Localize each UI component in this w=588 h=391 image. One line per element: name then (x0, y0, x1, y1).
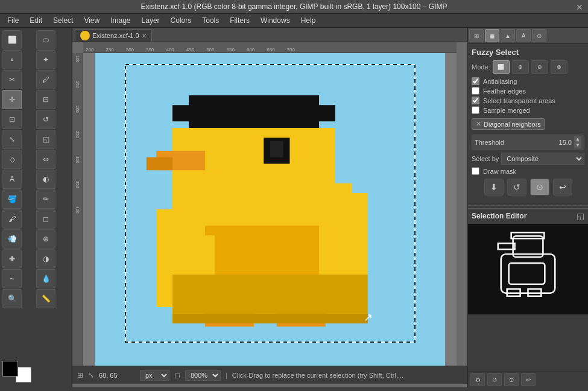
tool-measure[interactable]: 📏 (36, 289, 55, 308)
tool-paintbrush[interactable]: 🖌 (2, 209, 22, 229)
menu-item-tools[interactable]: Tools (197, 15, 224, 26)
tool-perspective[interactable]: ◇ (2, 150, 22, 169)
panel-undo-btn[interactable]: ↩ (521, 373, 536, 386)
select-transparent-checkbox[interactable] (472, 97, 479, 104)
draw-mask-label: Draw mask (483, 168, 516, 175)
close-button[interactable]: ✕ (576, 2, 583, 12)
tool-text[interactable]: A (2, 170, 22, 189)
menu-item-filters[interactable]: Filters (225, 15, 254, 26)
feather-edges-checkbox[interactable] (472, 87, 479, 95)
fuzzy-select-title: Fuzzy Select (472, 48, 584, 57)
menu-item-colors[interactable]: Colors (166, 15, 197, 26)
sample-merged-checkbox[interactable] (472, 106, 479, 114)
menu-item-file[interactable]: File (2, 15, 24, 26)
draw-mask-checkbox[interactable] (472, 167, 479, 175)
threshold-row: Threshold 15.0 ▲ ▼ (472, 135, 584, 150)
subtract-mode-btn[interactable]: ⊖ (531, 60, 548, 74)
tool-bucket-fill[interactable]: 🪣 (2, 189, 22, 209)
antialiasing-row: Antialiasing (472, 77, 584, 85)
tab-close-icon[interactable]: ✕ (142, 33, 147, 39)
menu-item-edit[interactable]: Edit (25, 15, 47, 26)
unit-select[interactable]: px mm in (140, 370, 169, 381)
menu-item-layer[interactable]: Layer (137, 15, 165, 26)
select-by-dropdown[interactable]: Composite Red Green Blue Hue Saturation … (501, 153, 584, 165)
tool-paths[interactable]: 🖊 (36, 70, 55, 89)
antialiasing-checkbox[interactable] (472, 77, 479, 85)
active-tool-button[interactable]: ⊙ (530, 179, 549, 196)
menu-item-select[interactable]: Select (48, 15, 78, 26)
undo-button[interactable]: ↩ (553, 179, 572, 196)
tool-crop[interactable]: ⊡ (2, 110, 22, 129)
tool-scissors-select[interactable]: ✂ (2, 70, 22, 89)
tools-grid: ⬜⬭⚬✦✂🖊✛⊟⊡↺⤡◱◇⇔A◐🪣✏🖌◻💨⊕✚◑~💧🔍📏 (0, 28, 72, 311)
diagonal-remove-icon[interactable]: ✕ (476, 120, 481, 128)
fuzzy-select-panel: Fuzzy Select Mode: ⬜ ⊕ ⊖ ⊗ Antialiasing … (468, 44, 588, 203)
tool-blend[interactable]: ◐ (36, 170, 55, 189)
toolbox: ⬜⬭⚬✦✂🖊✛⊟⊡↺⤡◱◇⇔A◐🪣✏🖌◻💨⊕✚◑~💧🔍📏 (0, 28, 72, 387)
tool-ellipse-select[interactable]: ⬭ (36, 30, 55, 49)
status-message: Click-Drag to replace the current select… (232, 372, 463, 379)
menu-item-view[interactable]: View (79, 15, 104, 26)
tool-scale[interactable]: ⤡ (2, 130, 22, 149)
threshold-down-btn[interactable]: ▼ (574, 142, 581, 148)
tool-fuzzy-select[interactable]: ✦ (36, 50, 55, 69)
fonts-tab[interactable]: A (516, 29, 531, 42)
add-mode-btn[interactable]: ⊕ (512, 60, 529, 74)
tool-free-select[interactable]: ⚬ (2, 50, 22, 69)
menu-item-help[interactable]: Help (296, 15, 321, 26)
diagonal-neighbors-badge: ✕ Diagonal neighbors (472, 118, 545, 130)
tool-shear[interactable]: ◱ (36, 130, 55, 149)
svg-rect-23 (468, 224, 588, 314)
select-transparent-row: Select transparent areas (472, 97, 584, 104)
selection-preview (468, 224, 588, 314)
paths-tab[interactable]: ▲ (501, 29, 515, 42)
refresh-button[interactable]: ↺ (507, 179, 526, 196)
vertical-ruler: 100 150 200 250 300 350 400 (72, 53, 83, 366)
menu-item-windows[interactable]: Windows (256, 15, 295, 26)
tool-eraser[interactable]: ◻ (36, 209, 55, 229)
panel-settings-btn[interactable]: ⚙ (470, 373, 485, 386)
sample-merged-label: Sample merged (483, 107, 530, 114)
tool-clone[interactable]: ⊕ (36, 229, 55, 249)
tool-rotate[interactable]: ↺ (36, 110, 55, 129)
pixel-duck-svg (95, 53, 445, 366)
menu-item-image[interactable]: Image (106, 15, 135, 26)
tool-align[interactable]: ⊟ (36, 90, 55, 109)
tool-pencil[interactable]: ✏ (36, 189, 55, 209)
tool-color-picker[interactable]: 💧 (36, 269, 55, 288)
action-buttons: ⬇ ↺ ⊙ ↩ (472, 179, 584, 196)
image-tab[interactable]: Existenz.xcf-1.0 ✕ (75, 29, 152, 42)
tool-move[interactable]: ✛ (2, 90, 22, 109)
tool-heal[interactable]: ✚ (2, 249, 22, 269)
tool-rect-select[interactable]: ⬜ (2, 30, 22, 49)
canvas-viewport[interactable]: ↗ (83, 53, 457, 366)
svg-rect-13 (146, 157, 172, 171)
foreground-color[interactable] (2, 361, 18, 377)
threshold-value: 15.0 (559, 139, 572, 146)
fg-bg-colors (0, 358, 72, 387)
threshold-up-btn[interactable]: ▲ (574, 136, 581, 142)
duck-canvas-container[interactable]: ↗ (95, 53, 445, 366)
tool-flip[interactable]: ⇔ (36, 150, 55, 169)
sample-merged-row: Sample merged (472, 106, 584, 114)
brushes-tab[interactable]: ⊙ (532, 29, 546, 42)
channels-tab[interactable]: ◼ (485, 29, 499, 42)
intersect-mode-btn[interactable]: ⊗ (551, 60, 567, 74)
right-panel: ⊞◼▲A⊙ Fuzzy Select Mode: ⬜ ⊕ ⊖ ⊗ Antiali… (467, 28, 588, 387)
mode-label: Mode: (472, 63, 490, 71)
selection-editor-expand-icon[interactable]: ◱ (577, 211, 584, 221)
tool-dodge-burn[interactable]: ◑ (36, 249, 55, 269)
layers-tab[interactable]: ⊞ (469, 29, 484, 42)
panel-view-btn[interactable]: ⊙ (504, 373, 519, 386)
feather-edges-label: Feather edges (483, 87, 526, 95)
tool-airbrush[interactable]: 💨 (2, 229, 22, 249)
tab-bar: Existenz.xcf-1.0 ✕ (72, 28, 467, 42)
zoom-select[interactable]: 800% 400% 200% 100% (185, 370, 221, 381)
reset-button[interactable]: ⬇ (484, 179, 504, 196)
panel-divider (468, 205, 588, 206)
tool-magnify[interactable]: 🔍 (2, 289, 22, 308)
tool-smudge[interactable]: ~ (2, 269, 22, 288)
replace-mode-btn[interactable]: ⬜ (493, 60, 510, 74)
panel-refresh-btn[interactable]: ↺ (487, 373, 502, 386)
title-bar: Existenz.xcf-1.0 (RGB color 8-bit gamma … (0, 0, 588, 14)
